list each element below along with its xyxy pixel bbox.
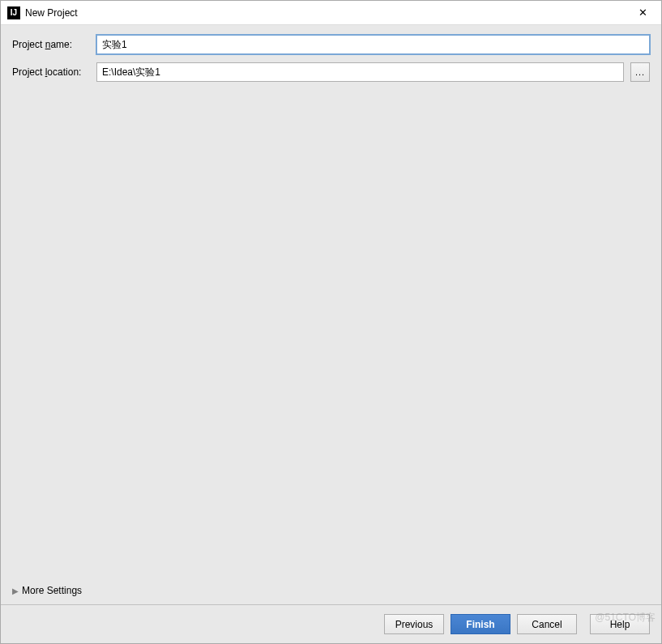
app-icon: IJ bbox=[7, 6, 20, 19]
project-location-input[interactable] bbox=[96, 62, 624, 82]
project-name-label: Project name: bbox=[12, 39, 90, 50]
project-name-row: Project name: bbox=[12, 35, 650, 54]
cancel-button[interactable]: Cancel bbox=[517, 614, 577, 634]
titlebar: IJ New Project ✕ bbox=[1, 1, 661, 25]
help-button[interactable]: Help bbox=[590, 614, 650, 634]
project-name-input[interactable] bbox=[96, 35, 650, 54]
chevron-right-icon: ▶ bbox=[12, 586, 19, 595]
browse-location-button[interactable]: ... bbox=[630, 62, 650, 82]
close-icon: ✕ bbox=[639, 6, 647, 19]
dialog-footer: Previous Finish Cancel Help bbox=[1, 604, 661, 643]
close-button[interactable]: ✕ bbox=[625, 1, 661, 24]
new-project-dialog: IJ New Project ✕ Project name: Project l… bbox=[0, 0, 662, 644]
project-location-label: Project location: bbox=[12, 66, 90, 78]
titlebar-left: IJ New Project bbox=[7, 6, 78, 19]
more-settings-label: More Settings bbox=[22, 585, 82, 596]
finish-button[interactable]: Finish bbox=[451, 614, 510, 634]
project-location-row: Project location: ... bbox=[12, 62, 650, 82]
content-spacer bbox=[12, 90, 650, 580]
window-title: New Project bbox=[25, 7, 78, 19]
previous-button[interactable]: Previous bbox=[384, 614, 444, 634]
content-area: Project name: Project location: ... ▶ Mo… bbox=[1, 25, 661, 604]
more-settings-toggle[interactable]: ▶ More Settings bbox=[12, 580, 650, 604]
